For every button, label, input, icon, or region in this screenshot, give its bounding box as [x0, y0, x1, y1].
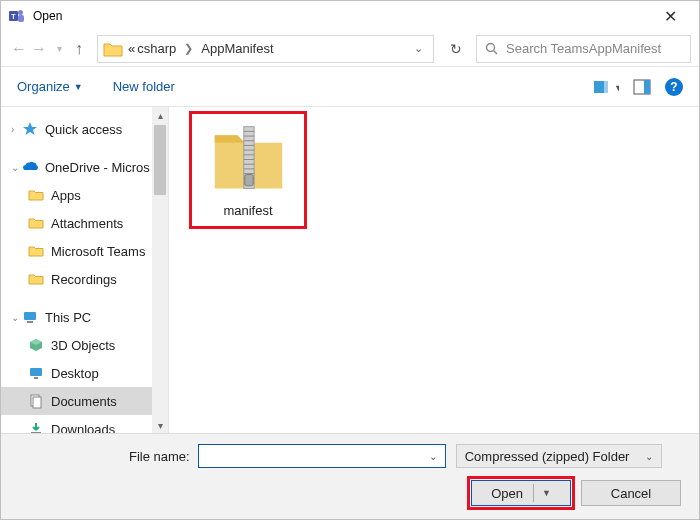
command-bar-right: ▼ ? [593, 78, 683, 96]
expand-icon[interactable]: › [11, 124, 21, 135]
svg-rect-20 [31, 432, 41, 433]
open-split-dropdown[interactable]: ▼ [542, 488, 551, 498]
svg-rect-34 [244, 175, 252, 186]
svg-rect-2 [18, 15, 24, 22]
sidebar-scrollbar[interactable]: ▴ ▾ [152, 107, 168, 433]
tree-item[interactable]: Apps [1, 181, 152, 209]
svg-rect-7 [604, 81, 608, 93]
downloads-icon [27, 420, 45, 433]
search-placeholder: Search TeamsAppManifest [506, 41, 661, 56]
chevron-right-icon: ❯ [178, 42, 199, 55]
svg-rect-13 [27, 321, 33, 323]
quick-access-icon [21, 120, 39, 138]
nav-arrows: ← → ▾ ↑ [9, 40, 89, 58]
caret-down-icon: ▼ [74, 82, 83, 92]
folder-icon [27, 214, 45, 232]
teams-icon: T [7, 7, 25, 25]
svg-rect-16 [30, 368, 42, 376]
cancel-button[interactable]: Cancel [581, 480, 681, 506]
folder-icon [27, 186, 45, 204]
search-icon [485, 42, 498, 55]
desktop-icon [27, 364, 45, 382]
svg-line-5 [494, 51, 498, 55]
dialog-footer: File name: ⌄ Compressed (zipped) Folder … [1, 433, 699, 519]
scroll-up[interactable]: ▴ [152, 107, 168, 123]
svg-rect-17 [34, 377, 38, 379]
scroll-down[interactable]: ▾ [152, 417, 168, 433]
tree-item[interactable]: 3D Objects [1, 331, 152, 359]
new-folder-button[interactable]: New folder [113, 79, 175, 94]
file-item-manifest[interactable]: manifest [189, 111, 307, 229]
navigation-pane: › Quick access ⌄ OneDrive - Micros [1, 107, 169, 433]
open-button[interactable]: Open ▼ [471, 480, 571, 506]
svg-marker-11 [23, 122, 37, 135]
zip-folder-icon [211, 122, 286, 197]
collapse-icon[interactable]: ⌄ [11, 312, 21, 323]
this-pc-icon [21, 308, 39, 326]
address-dropdown[interactable]: ⌄ [408, 42, 429, 55]
collapse-icon[interactable]: ⌄ [11, 162, 21, 173]
organize-menu[interactable]: Organize ▼ [17, 79, 83, 94]
help-button[interactable]: ? [665, 78, 683, 96]
onedrive-icon [21, 158, 39, 176]
window-title: Open [33, 9, 647, 23]
tree-item[interactable]: Desktop [1, 359, 152, 387]
svg-point-1 [18, 10, 23, 15]
search-box[interactable]: Search TeamsAppManifest [476, 35, 691, 63]
tree-item-documents[interactable]: Documents [1, 387, 152, 415]
breadcrumb-item[interactable]: csharp [135, 41, 178, 56]
3d-objects-icon [27, 336, 45, 354]
open-dialog-window: T Open ✕ ← → ▾ ↑ « csharp ❯ AppManifest … [0, 0, 700, 520]
tree-item[interactable]: Microsoft Teams [1, 237, 152, 265]
recent-locations-dropdown[interactable]: ▾ [49, 43, 69, 54]
file-name-label: File name: [129, 449, 190, 464]
folder-icon [27, 242, 45, 260]
svg-text:▼: ▼ [614, 83, 619, 93]
tree-this-pc[interactable]: ⌄ This PC [1, 303, 152, 331]
up-button[interactable]: ↑ [69, 40, 89, 58]
file-name-dropdown[interactable]: ⌄ [429, 451, 441, 462]
folder-icon [27, 270, 45, 288]
svg-rect-10 [644, 80, 650, 94]
tree-item[interactable]: Attachments [1, 209, 152, 237]
navigation-bar: ← → ▾ ↑ « csharp ❯ AppManifest ⌄ ↻ Searc… [1, 31, 699, 67]
breadcrumb-item[interactable]: AppManifest [199, 41, 275, 56]
tree-onedrive[interactable]: ⌄ OneDrive - Micros [1, 153, 152, 181]
svg-rect-19 [33, 397, 41, 408]
documents-icon [27, 392, 45, 410]
breadcrumb-prefix: « [128, 41, 135, 56]
filter-dropdown-icon: ⌄ [645, 451, 653, 462]
file-type-filter[interactable]: Compressed (zipped) Folder ⌄ [456, 444, 662, 468]
close-button[interactable]: ✕ [647, 1, 693, 31]
preview-pane-button[interactable] [633, 79, 651, 95]
view-options-button[interactable]: ▼ [593, 79, 619, 95]
forward-button[interactable]: → [29, 40, 49, 58]
tree-quick-access[interactable]: › Quick access [1, 115, 152, 143]
address-bar[interactable]: « csharp ❯ AppManifest ⌄ [97, 35, 434, 63]
back-button[interactable]: ← [9, 40, 29, 58]
folder-icon [102, 38, 124, 60]
svg-rect-12 [24, 312, 36, 320]
tree-item[interactable]: Downloads [1, 415, 152, 433]
svg-point-4 [487, 44, 495, 52]
file-list-area[interactable]: manifest [169, 107, 699, 433]
scroll-thumb[interactable] [154, 125, 166, 195]
tree-view: › Quick access ⌄ OneDrive - Micros [1, 107, 152, 433]
file-item-label: manifest [200, 203, 296, 218]
refresh-button[interactable]: ↻ [442, 41, 470, 57]
file-name-input[interactable]: ⌄ [198, 444, 446, 468]
title-bar: T Open ✕ [1, 1, 699, 31]
svg-text:T: T [11, 13, 16, 20]
command-bar: Organize ▼ New folder ▼ ? [1, 67, 699, 107]
tree-item[interactable]: Recordings [1, 265, 152, 293]
